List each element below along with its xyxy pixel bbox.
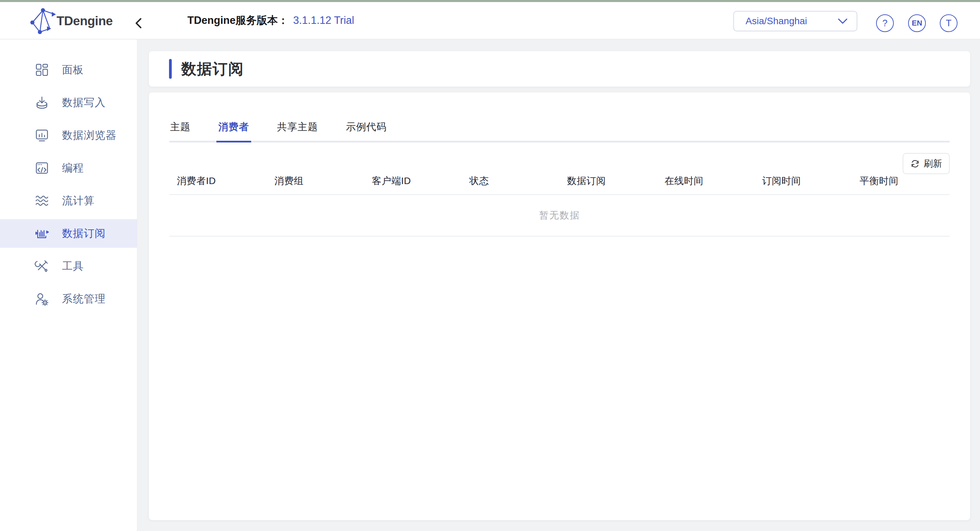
column-header-subscription: 数据订阅 (560, 174, 657, 187)
tab-shared-topics[interactable]: 共享主题 (276, 121, 318, 141)
column-header-rebalance-time: 平衡时间 (852, 174, 950, 187)
sidebar-item-subscription[interactable]: 数据订阅 (0, 219, 137, 248)
avatar-initial: T (946, 18, 952, 29)
service-version-label: TDengine服务版本： (188, 13, 288, 28)
help-button[interactable]: ? (876, 14, 894, 32)
column-header-up-time: 在线时间 (657, 174, 754, 187)
tab-topics[interactable]: 主题 (169, 121, 191, 141)
sidebar-item-label: 编程 (62, 161, 84, 175)
column-header-consumer-group: 消费组 (267, 174, 364, 187)
page-title-card: 数据订阅 (149, 51, 970, 87)
chevron-down-icon (838, 18, 848, 24)
refresh-icon (910, 159, 920, 168)
column-header-consumer-id: 消费者ID (169, 174, 267, 187)
timezone-value: Asia/Shanghai (746, 16, 838, 27)
sidebar-item-dashboard[interactable]: 面板 (0, 56, 137, 84)
tools-icon (34, 258, 50, 274)
sidebar-item-label: 数据订阅 (62, 226, 106, 241)
language-label: EN (912, 19, 923, 28)
service-version-value[interactable]: 3.1.1.12 Trial (293, 14, 354, 27)
sidebar-item-data-explorer[interactable]: 数据浏览器 (0, 121, 137, 150)
help-icon: ? (882, 18, 887, 29)
logo-wordmark: TDengine (57, 14, 113, 28)
sidebar-item-label: 系统管理 (62, 292, 106, 306)
tab-consumers[interactable]: 消费者 (218, 121, 250, 141)
tdengine-logo: TDengine (29, 7, 113, 35)
subscription-icon (34, 226, 50, 241)
timezone-select[interactable]: Asia/Shanghai (733, 11, 858, 31)
title-accent-bar (169, 59, 172, 79)
sidebar-item-label: 数据浏览器 (62, 128, 116, 142)
sidebar-item-system[interactable]: 系统管理 (0, 285, 137, 313)
sidebar-item-label: 数据写入 (62, 96, 106, 110)
user-avatar[interactable]: T (940, 14, 958, 32)
language-button[interactable]: EN (908, 14, 926, 32)
dashboard-icon (34, 62, 50, 78)
table-header-row: 消费者ID 消费组 客户端ID 状态 数据订阅 在线时间 订阅时间 平衡时间 (169, 168, 950, 195)
programming-icon (34, 160, 50, 176)
service-version-title: TDengine服务版本： 3.1.1.12 Trial (188, 2, 354, 39)
sidebar-item-stream[interactable]: 流计算 (0, 187, 137, 215)
empty-state-text: 暂无数据 (539, 209, 580, 222)
navbar: TDengine TDengine服务版本： 3.1.1.12 Trial As… (0, 2, 980, 40)
subscription-panel: 主题 消费者 共享主题 示例代码 刷新 消费者ID 消费组 客户端ID 状态 数… (149, 92, 970, 520)
column-header-subscribe-time: 订阅时间 (755, 174, 852, 187)
column-header-client-id: 客户端ID (364, 174, 462, 187)
sidebar-item-label: 流计算 (62, 194, 95, 208)
sidebar-item-label: 面板 (62, 63, 84, 77)
stream-icon (34, 193, 50, 209)
page-title: 数据订阅 (181, 59, 244, 79)
sidebar-item-data-in[interactable]: 数据写入 (0, 88, 137, 117)
data-in-icon (34, 95, 50, 110)
sidebar-collapse-button[interactable] (131, 16, 146, 31)
data-explorer-icon (34, 128, 50, 143)
sidebar-item-programming[interactable]: 编程 (0, 154, 137, 182)
chevron-left-icon (134, 17, 143, 29)
refresh-button[interactable]: 刷新 (903, 153, 950, 174)
table-empty-row: 暂无数据 (169, 195, 950, 236)
sidebar: 面板 数据写入 数据浏览器 编程 (0, 40, 137, 531)
refresh-label: 刷新 (924, 158, 942, 170)
sidebar-item-tools[interactable]: 工具 (0, 252, 137, 281)
tab-bar: 主题 消费者 共享主题 示例代码 (169, 92, 950, 142)
column-header-status: 状态 (462, 174, 560, 187)
sidebar-item-label: 工具 (62, 259, 84, 273)
tab-sample-code[interactable]: 示例代码 (345, 121, 387, 141)
system-icon (34, 291, 50, 307)
tdengine-logo-icon (29, 7, 60, 35)
